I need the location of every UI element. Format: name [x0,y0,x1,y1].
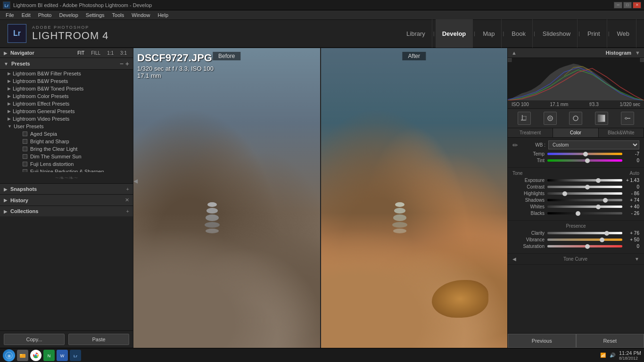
tint-slider[interactable] [547,159,622,162]
tone-curve-expand[interactable]: ▼ [635,256,639,262]
zoom-fill[interactable]: FILL [89,50,103,56]
zoom-1-1[interactable]: 1:1 [105,50,116,56]
contrast-slider[interactable] [547,186,622,188]
tools-row [508,109,644,128]
blacks-slider[interactable] [547,212,622,214]
preset-group-effect[interactable]: ▶Lightroom Effect Presets [0,100,133,107]
after-photo-container[interactable] [321,48,508,348]
menu-photo[interactable]: Photo [34,10,56,19]
tab-treatment[interactable]: Treatment [508,128,553,137]
histogram-collapse-arrow[interactable]: ▲ [512,50,517,56]
minimize-button[interactable]: ─ [614,2,622,8]
shadows-row: Shadows + 74 [512,197,639,203]
before-photo-container[interactable] [133,48,320,348]
app-icon: Lr [3,1,10,9]
tab-develop[interactable]: Develop [436,19,473,48]
exposure-slider[interactable] [547,179,622,181]
tab-map[interactable]: Map [476,19,502,48]
menu-settings[interactable]: Settings [82,10,108,19]
zoom-fit[interactable]: FIT [75,50,87,56]
preset-bright-sharp[interactable]: Bright and Sharp [8,138,133,145]
highlights-slider[interactable] [547,192,622,195]
left-collapse-arrow[interactable]: ◀ [133,178,138,184]
preset-group-user[interactable]: ▼User Presets [0,123,133,130]
tab-print[interactable]: Print [581,19,607,48]
word-icon[interactable]: W [57,350,68,361]
file-explorer-icon[interactable] [17,350,28,361]
collections-header[interactable]: ▶ Collections + [0,206,133,216]
preset-aged-sepia[interactable]: Aged Sepia [8,130,133,138]
after-label: After [403,52,426,60]
menu-file[interactable]: File [2,10,18,19]
temp-slider[interactable] [547,153,622,155]
history-header[interactable]: ▶ History ✕ [0,195,133,206]
wb-select[interactable]: Custom As Shot Auto Daylight Cloudy Shad… [548,140,639,149]
tab-color[interactable]: Color [553,128,598,137]
navigator-title: Navigator [10,50,75,56]
tab-bw[interactable]: Black&White [599,128,644,137]
preset-clear-light[interactable]: Bring the Clear Light [8,145,133,153]
preset-group-bw-filter[interactable]: ▶Lightroom B&W Filter Presets [0,70,133,77]
start-button[interactable]: ⊞ [3,349,15,362]
exposure-value: + 1.43 [625,178,639,183]
paste-button[interactable]: Paste [68,334,129,345]
tab-web[interactable]: Web [611,19,637,48]
preset-group-general[interactable]: ▶Lightroom General Presets [0,107,133,115]
app3-icon[interactable]: N [43,350,55,361]
temp-row: Temp -7 [512,151,639,156]
previous-button[interactable]: Previous [508,334,576,348]
taskbar: ⊞ N W Lr 📶 🔊 11:24 PM 8/18/2012 [0,348,644,362]
lightroom-taskbar-icon[interactable]: Lr [70,350,81,361]
close-button[interactable]: ✕ [633,2,641,8]
tone-curve-scroll[interactable]: ◀ [512,256,516,262]
vibrance-slider[interactable] [547,239,622,241]
preset-dim-summer[interactable]: Dim The Summer Sun [8,153,133,160]
preset-fuji-noise[interactable]: Fuji Noise Reduction & Sharpen [8,168,133,172]
zoom-3-1[interactable]: 3:1 [118,50,129,56]
preset-icon [23,139,27,144]
preset-group-video[interactable]: ▶Lightroom Video Presets [0,115,133,123]
taskbar-date: 8/18/2012 [619,356,641,361]
menu-window[interactable]: Window [128,10,154,19]
adjustment-tool[interactable] [621,112,634,125]
wb-eyedropper-icon[interactable]: ✏ [512,141,518,149]
navigator-header[interactable]: ▶ Navigator FIT FILL 1:1 3:1 [0,48,133,58]
center-area: ◀ Before DSCF9727.JPG 1/320 sec at f / 3… [133,48,507,348]
presets-minus[interactable]: − [120,60,124,67]
tab-slideshow[interactable]: Slideshow [536,19,578,48]
snapshots-add-icon[interactable]: + [126,186,129,192]
snapshots-header[interactable]: ▶ Snapshots + [0,184,133,194]
svg-text:⊞: ⊞ [8,354,11,358]
menu-help[interactable]: Help [154,10,172,19]
before-photo [133,48,320,348]
collections-add-icon[interactable]: + [126,208,129,214]
menu-tools[interactable]: Tools [108,10,128,19]
spot-tool[interactable] [544,112,557,125]
copy-button[interactable]: Copy... [4,334,65,345]
gradient-tool[interactable] [595,112,608,125]
presets-add[interactable]: + [125,60,129,67]
tab-library[interactable]: Library [400,19,432,48]
redeye-tool[interactable] [569,112,582,125]
history-close-icon[interactable]: ✕ [125,197,129,203]
histogram-expand-arrow[interactable]: ▼ [635,50,640,56]
menu-develop[interactable]: Develop [55,10,82,19]
shadows-slider[interactable] [547,199,622,201]
preset-group-bw[interactable]: ▶Lightroom B&W Presets [0,77,133,85]
whites-slider[interactable] [547,206,622,208]
clarity-slider[interactable] [547,232,622,234]
saturation-slider[interactable] [547,245,622,247]
preset-group-bw-toned[interactable]: ▶Lightroom B&W Toned Presets [0,85,133,92]
taskbar-volume-icon[interactable]: 🔊 [610,353,615,358]
tone-auto[interactable]: Auto [629,171,639,176]
chrome-icon[interactable] [30,350,41,361]
crop-tool[interactable] [518,112,531,125]
saturation-value: 0 [625,244,639,249]
preset-fuji-lens[interactable]: Fuji Lens distortion [8,160,133,168]
tab-book[interactable]: Book [505,19,533,48]
presets-arrow[interactable]: ▼ [4,61,8,66]
menu-edit[interactable]: Edit [18,10,34,19]
reset-button[interactable]: Reset [576,334,644,348]
preset-group-color[interactable]: ▶Lightroom Color Presets [0,92,133,100]
maximize-button[interactable]: □ [623,2,632,8]
